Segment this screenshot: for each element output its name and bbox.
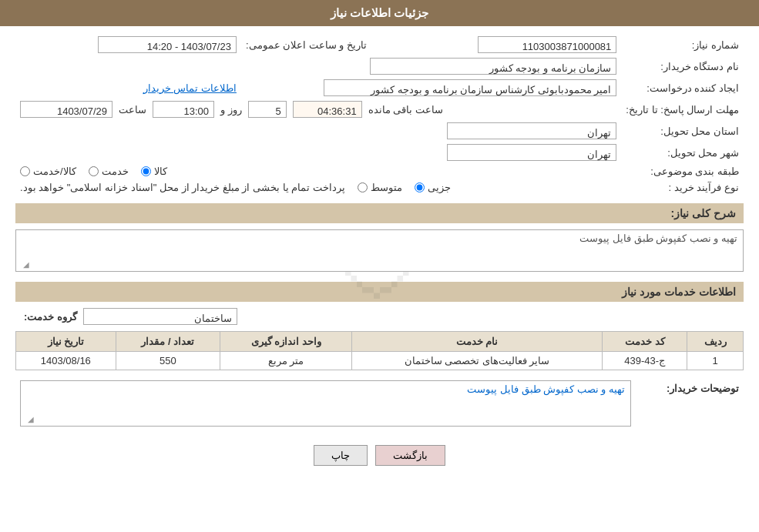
page-title: جزئیات اطلاعات نیاز	[331, 6, 428, 19]
category-khadamat-label: خدمت	[102, 166, 129, 177]
category-kala-option[interactable]: کالا	[141, 166, 167, 177]
page-header: جزئیات اطلاعات نیاز	[0, 0, 759, 26]
services-table: ردیف کد خدمت نام خدمت واحد اندازه گیری ت…	[15, 331, 744, 370]
need-number-label: شماره نیاز:	[621, 34, 744, 55]
deadline-remain: 04:36:31	[293, 101, 362, 118]
process-motavaset-label: متوسط	[371, 182, 402, 193]
category-khadamat-radio[interactable]	[89, 166, 99, 176]
buyer-desc-textarea[interactable]	[20, 380, 631, 427]
process-description: پرداخت تمام یا بخشی از مبلغ خریدار از مح…	[20, 182, 345, 193]
deadline-days-label: روز و	[220, 104, 242, 115]
category-kala-label: کالا	[154, 166, 167, 177]
buyer-org-value: سازمان برنامه و بودجه کشور	[370, 58, 616, 75]
resize-icon: ◢	[17, 260, 29, 273]
buyer-desc-resize-icon: ◢	[22, 415, 34, 427]
col-row-num: ردیف	[687, 332, 744, 352]
announcement-label: تاریخ و ساعت اعلان عمومی:	[241, 34, 371, 55]
category-kala-radio[interactable]	[141, 166, 151, 176]
col-measurement-unit: واحد اندازه گیری	[220, 332, 352, 352]
deadline-time: 13:00	[153, 101, 214, 118]
deadline-label: مهلت ارسال پاسخ: تا تاریخ:	[621, 99, 744, 120]
category-kala-khadamat-radio[interactable]	[20, 166, 30, 176]
city-value: تهران	[447, 144, 616, 161]
creator-label: ایجاد کننده درخواست:	[621, 77, 744, 99]
services-section-title: اطلاعات خدمات مورد نیاز	[15, 282, 744, 302]
service-group-label: گروه خدمت:	[15, 311, 77, 323]
table-cell-date: 1403/08/16	[16, 352, 116, 370]
general-desc-section-title: شرح کلی نیاز:	[15, 203, 744, 223]
category-label: طبقه بندی موضوعی:	[621, 163, 744, 179]
contact-link[interactable]: اطلاعات تماس خریدار	[143, 82, 237, 94]
table-cell-measurement-unit: متر مربع	[220, 352, 352, 370]
creator-value: امیر محمودبابوئی کارشناس سازمان برنامه و…	[324, 79, 616, 96]
deadline-remain-label: ساعت باقی مانده	[368, 104, 443, 115]
table-cell-quantity: 550	[116, 352, 220, 370]
process-label: نوع فرآیند خرید :	[621, 179, 744, 196]
table-cell-service-name: سایر فعالیت‌های تخصصی ساختمان	[352, 352, 603, 370]
province-value: تهران	[447, 122, 616, 139]
need-number-value: 1103003871000081	[478, 36, 616, 53]
deadline-days: 5	[248, 101, 287, 118]
deadline-time-label: ساعت	[119, 104, 146, 115]
general-desc-textarea[interactable]	[15, 229, 744, 272]
button-row: چاپ بازگشت	[15, 445, 744, 466]
service-group-value: ساختمان	[83, 308, 237, 325]
buyer-desc-label: توضیحات خریدار:	[636, 378, 744, 431]
process-jozei-radio[interactable]	[415, 182, 425, 192]
process-motavaset-option[interactable]: متوسط	[358, 182, 402, 193]
process-motavaset-radio[interactable]	[358, 182, 368, 192]
deadline-date: 1403/07/29	[20, 101, 113, 118]
back-button[interactable]: بازگشت	[375, 445, 445, 466]
city-label: شهر محل تحویل:	[621, 142, 744, 163]
category-kala-khadamat-label: کالا/خدمت	[33, 166, 76, 177]
process-jozei-label: جزیی	[428, 182, 451, 193]
print-button[interactable]: چاپ	[314, 445, 368, 466]
col-date: تاریخ نیاز	[16, 332, 116, 352]
process-jozei-option[interactable]: جزیی	[415, 182, 451, 193]
col-service-name: نام خدمت	[352, 332, 603, 352]
col-quantity: تعداد / مقدار	[116, 332, 220, 352]
table-row: 1ج-43-439سایر فعالیت‌های تخصصی ساختمانمت…	[16, 352, 744, 370]
announcement-value: 1403/07/23 - 14:20	[98, 36, 237, 53]
table-cell-row-num: 1	[687, 352, 744, 370]
table-cell-service-code: ج-43-439	[603, 352, 687, 370]
category-khadamat-option[interactable]: خدمت	[89, 166, 129, 177]
category-kala-khadamat-option[interactable]: کالا/خدمت	[20, 166, 76, 177]
col-service-code: کد خدمت	[603, 332, 687, 352]
buyer-org-label: نام دستگاه خریدار:	[621, 55, 744, 77]
province-label: استان محل تحویل:	[621, 120, 744, 142]
